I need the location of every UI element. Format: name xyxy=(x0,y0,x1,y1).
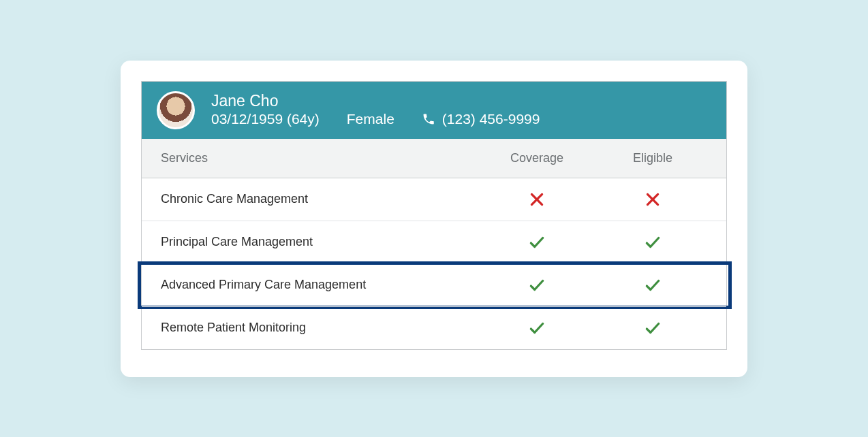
table-row[interactable]: Remote Patient Monitoring xyxy=(142,306,726,349)
patient-services-card: Jane Cho 03/12/1959 (64y) Female (123) 4… xyxy=(121,61,747,377)
check-icon xyxy=(644,233,662,251)
services-table-header: Services Coverage Eligible xyxy=(142,139,726,178)
coverage-cell xyxy=(476,319,598,337)
patient-info: Jane Cho 03/12/1959 (64y) Female (123) 4… xyxy=(211,93,540,127)
eligible-cell xyxy=(598,319,707,337)
col-header-coverage: Coverage xyxy=(476,151,598,165)
service-name: Advanced Primary Care Management xyxy=(161,278,476,292)
table-row[interactable]: Advanced Primary Care Management xyxy=(142,263,726,306)
patient-name: Jane Cho xyxy=(211,93,540,110)
eligible-cell xyxy=(598,191,707,208)
check-icon xyxy=(644,276,662,294)
eligible-cell xyxy=(598,276,707,294)
check-icon xyxy=(528,233,546,251)
patient-dob-age: 03/12/1959 (64y) xyxy=(211,111,320,127)
patient-meta: 03/12/1959 (64y) Female (123) 456-9999 xyxy=(211,111,540,127)
col-header-services: Services xyxy=(161,151,476,165)
patient-avatar xyxy=(157,91,195,129)
patient-phone: (123) 456-9999 xyxy=(442,111,540,127)
phone-icon xyxy=(422,112,435,126)
coverage-cell xyxy=(476,276,598,294)
table-row[interactable]: Chronic Care Management xyxy=(142,178,726,221)
x-icon xyxy=(644,191,662,208)
eligible-cell xyxy=(598,233,707,251)
services-table: Services Coverage Eligible Chronic Care … xyxy=(141,139,727,350)
check-icon xyxy=(528,319,546,337)
x-icon xyxy=(528,191,546,208)
patient-header: Jane Cho 03/12/1959 (64y) Female (123) 4… xyxy=(141,81,727,139)
service-name: Remote Patient Monitoring xyxy=(161,321,476,335)
coverage-cell xyxy=(476,191,598,208)
col-header-eligible: Eligible xyxy=(598,151,707,165)
service-name: Principal Care Management xyxy=(161,235,476,249)
check-icon xyxy=(644,319,662,337)
patient-gender: Female xyxy=(347,111,394,127)
services-table-body: Chronic Care ManagementPrincipal Care Ma… xyxy=(142,178,726,349)
coverage-cell xyxy=(476,233,598,251)
check-icon xyxy=(528,276,546,294)
service-name: Chronic Care Management xyxy=(161,192,476,206)
patient-phone-group: (123) 456-9999 xyxy=(422,111,540,127)
table-row[interactable]: Principal Care Management xyxy=(142,221,726,263)
